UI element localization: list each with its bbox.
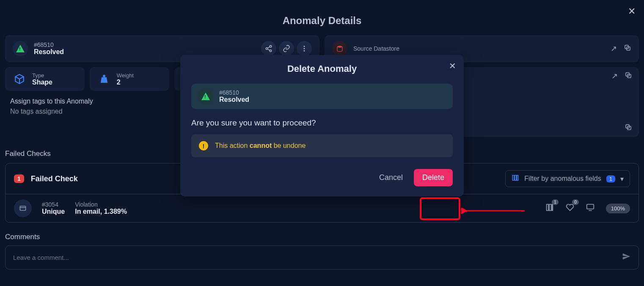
datastore-icon	[332, 41, 347, 56]
columns-icon	[512, 174, 519, 183]
svg-point-13	[337, 46, 342, 48]
comments-header: Comments	[0, 223, 644, 245]
check-violation-col: Violation In email, 1.389%	[75, 201, 127, 215]
modal-title: Delete Anomaly	[191, 63, 453, 74]
anomaly-status: Resolved	[34, 48, 64, 56]
send-icon[interactable]	[622, 252, 631, 263]
type-card: Type Shape	[5, 67, 85, 91]
like-count-icon[interactable]: 0	[565, 203, 575, 214]
svg-point-8	[103, 75, 105, 77]
tag-count-icon[interactable]: 1	[545, 203, 554, 214]
more-icon[interactable]	[297, 41, 312, 56]
share-icon[interactable]	[261, 41, 276, 56]
open-external-icon[interactable]: ↗	[611, 44, 617, 54]
svg-point-5	[304, 46, 305, 47]
weight-card: Weight 2	[90, 67, 169, 91]
modal-warning: ! This action cannot be undone	[191, 134, 453, 157]
header-actions	[261, 41, 312, 56]
filter-count-badge: 1	[606, 175, 615, 182]
modal-question: Are you sure you want to proceed?	[191, 118, 453, 128]
comment-input-container	[5, 245, 639, 270]
type-label: Type	[32, 72, 52, 79]
svg-rect-20	[513, 175, 515, 180]
type-value: Shape	[32, 79, 52, 86]
weight-value: 2	[117, 79, 134, 86]
source-label-block: Source Datastore	[353, 45, 399, 52]
modal-anomaly-card: #68510 Resolved	[191, 84, 453, 109]
modal-anomaly-text: #68510 Resolved	[219, 89, 249, 104]
svg-rect-21	[515, 175, 517, 180]
source-label: Source Datastore	[353, 45, 399, 52]
warning-text: This action cannot be undone	[215, 142, 305, 150]
chevron-down-icon: ▾	[620, 175, 624, 183]
svg-rect-22	[517, 175, 518, 180]
filter-anomalous-fields-button[interactable]: Filter by anomalous fields 1 ▾	[505, 170, 630, 187]
anomaly-id-block: #68510 Resolved	[34, 41, 64, 56]
check-row-icon	[14, 199, 32, 217]
modal-close-icon[interactable]: ✕	[449, 61, 456, 71]
warning-icon: !	[199, 141, 208, 150]
svg-rect-26	[549, 204, 551, 210]
svg-line-3	[267, 47, 270, 48]
svg-rect-25	[546, 204, 548, 210]
check-id-col: #3054 Unique	[42, 201, 65, 215]
cancel-button[interactable]: Cancel	[377, 170, 405, 185]
svg-rect-23	[20, 206, 25, 210]
check-row-right: 1 0 100%	[545, 203, 630, 214]
delete-anomaly-modal: ✕ Delete Anomaly #68510 Resolved Are you…	[180, 55, 464, 196]
check-id: #3054	[42, 201, 65, 208]
filter-label: Filter by anomalous fields	[524, 175, 601, 182]
page-title: Anomaly Details	[0, 0, 644, 35]
page-close-icon[interactable]: ✕	[628, 6, 636, 17]
svg-point-1	[266, 48, 268, 50]
source-actions: ↗	[611, 44, 631, 54]
svg-point-0	[270, 46, 272, 48]
anomaly-status-icon	[13, 41, 28, 56]
copy-icon[interactable]	[625, 123, 632, 133]
svg-line-4	[267, 49, 270, 50]
weight-text: Weight 2	[117, 72, 134, 86]
violation-value: In email, 1.389%	[75, 208, 127, 215]
type-text: Type Shape	[32, 72, 52, 86]
svg-point-2	[270, 50, 272, 52]
modal-anomaly-status: Resolved	[219, 96, 249, 104]
failed-count-badge: 1	[14, 174, 24, 183]
svg-point-6	[304, 48, 305, 49]
anomaly-id: #68510	[34, 41, 64, 48]
svg-rect-28	[587, 204, 594, 209]
modal-anomaly-icon	[198, 89, 213, 104]
copy-icon[interactable]	[625, 71, 632, 81]
link-icon[interactable]	[279, 41, 294, 56]
violation-label: Violation	[75, 201, 127, 208]
svg-rect-27	[552, 204, 553, 210]
cube-icon	[12, 71, 27, 87]
failed-check-label: Failed Check	[31, 174, 78, 183]
failed-check-row[interactable]: #3054 Unique Violation In email, 1.389% …	[6, 194, 638, 222]
comment-input[interactable]	[13, 254, 622, 261]
modal-anomaly-id: #68510	[219, 89, 249, 96]
source-table-actions: ↗	[611, 71, 632, 81]
weight-icon	[96, 71, 112, 87]
monitor-icon[interactable]	[586, 203, 595, 214]
delete-button[interactable]: Delete	[414, 169, 453, 186]
svg-point-7	[304, 50, 305, 52]
copy-icon[interactable]	[624, 44, 631, 54]
open-external-icon[interactable]: ↗	[611, 71, 618, 81]
weight-label: Weight	[117, 72, 134, 79]
modal-actions: Cancel Delete	[191, 169, 453, 186]
percentage-pill: 100%	[606, 204, 630, 213]
check-name: Unique	[42, 208, 65, 215]
